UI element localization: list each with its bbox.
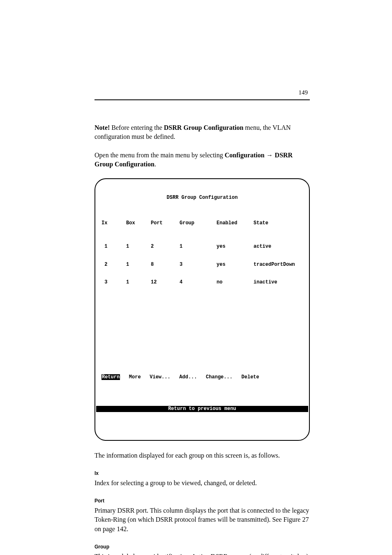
terminal-actions: Return More View... Add... Change... Del…: [101, 374, 303, 380]
note-label: Note!: [95, 124, 110, 131]
header-ix: Ix: [101, 220, 126, 226]
header-enabled: Enabled: [217, 220, 254, 226]
cell-group: 4: [180, 279, 217, 285]
open-menu-pre: Open the menu from the main menu by sele…: [95, 152, 225, 159]
statusbar-spacer: [101, 424, 303, 428]
note-pre-text: Before entering the: [110, 124, 164, 131]
table-row: 1 1 2 1 yes active: [101, 244, 303, 249]
delete-button[interactable]: Delete: [242, 374, 259, 380]
open-menu-paragraph: Open the menu from the main menu by sele…: [95, 151, 310, 169]
header-group: Group: [180, 220, 217, 226]
cell-box: 1: [126, 244, 151, 249]
cell-ix: 1: [101, 244, 126, 249]
header-box: Box: [126, 220, 151, 226]
terminal-spacer: [101, 303, 303, 356]
terminal-panel: DSRR Group Configuration Ix Box Port Gro…: [95, 178, 310, 441]
cell-state: inactive: [254, 279, 303, 285]
return-button[interactable]: Return: [101, 374, 120, 380]
header-state: State: [254, 220, 303, 226]
port-heading: Port: [95, 497, 310, 504]
cell-group: 1: [180, 244, 217, 249]
ix-text: Index for selecting a group to be viewed…: [95, 479, 310, 488]
note-bold-text: DSRR Group Configuration: [164, 124, 244, 131]
ix-heading: Ix: [95, 470, 310, 477]
terminal-title: DSRR Group Configuration: [101, 195, 303, 200]
cell-port: 2: [151, 244, 180, 249]
cell-group: 3: [180, 262, 217, 267]
header-port: Port: [151, 220, 180, 226]
group-heading: Group: [95, 543, 310, 550]
cell-box: 1: [126, 262, 151, 267]
more-button[interactable]: More: [129, 374, 141, 380]
open-menu-b1: Configuration: [225, 152, 265, 159]
table-row: 2 1 8 3 yes tracedPortDown: [101, 262, 303, 267]
main-content: Note! Before entering the DSRR Group Con…: [95, 123, 310, 555]
change-button[interactable]: Change...: [206, 374, 233, 380]
cell-state: active: [254, 244, 303, 249]
status-bar: Return to previous menu: [96, 406, 308, 412]
info-paragraph: The information displayed for each group…: [95, 451, 310, 460]
open-menu-post: .: [154, 161, 156, 168]
top-rule: [95, 99, 310, 100]
cell-state: tracedPortDown: [254, 262, 303, 267]
cell-port: 8: [151, 262, 180, 267]
cell-enabled: yes: [217, 244, 254, 249]
arrow-icon: →: [265, 152, 275, 159]
table-row: 3 1 12 4 no inactive: [101, 279, 303, 285]
note-paragraph: Note! Before entering the DSRR Group Con…: [95, 123, 310, 142]
port-text: Primary DSRR port. This column displays …: [95, 506, 310, 534]
cell-ix: 2: [101, 262, 126, 267]
terminal-header-row: Ix Box Port Group Enabled State: [101, 220, 303, 226]
page-number: 149: [299, 88, 308, 97]
group-text: This is a global group identification. A…: [95, 552, 310, 555]
add-button[interactable]: Add...: [179, 374, 197, 380]
cell-box: 1: [126, 279, 151, 285]
cell-port: 12: [151, 279, 180, 285]
view-button[interactable]: View...: [150, 374, 170, 380]
cell-enabled: no: [217, 279, 254, 285]
cell-enabled: yes: [217, 262, 254, 267]
cell-ix: 3: [101, 279, 126, 285]
